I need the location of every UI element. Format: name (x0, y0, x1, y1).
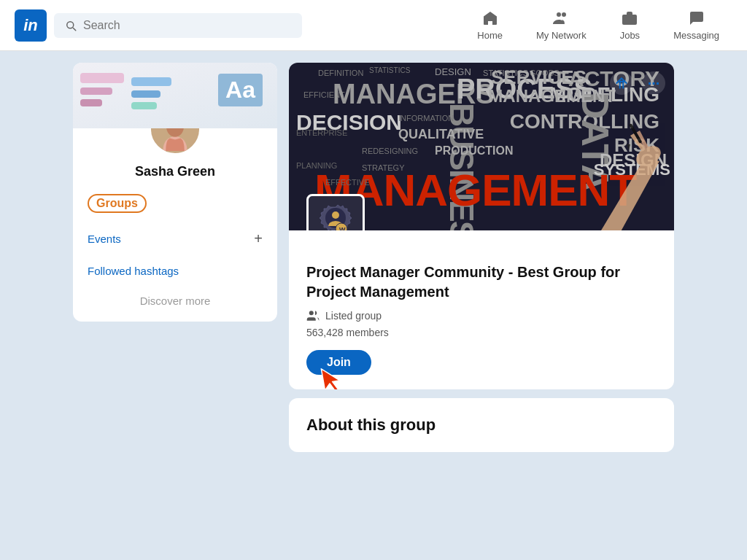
banner-decoration-5 (131, 90, 160, 98)
svg-text:W: W (339, 226, 346, 230)
wc-word-redesigning: REDESIGNING (362, 147, 418, 155)
nav-item-home[interactable]: Home (464, 4, 516, 47)
card-actions: ··· (610, 71, 665, 95)
svg-point-14 (309, 311, 314, 315)
sidebar-item-discover[interactable]: Discover more (73, 286, 277, 316)
group-title: Project Manager Community - Best Group f… (306, 262, 657, 302)
profile-name: Sasha Green (73, 161, 277, 179)
jobs-icon (621, 9, 638, 27)
profile-card: Aa (73, 63, 277, 322)
nav-items: Home My Network Jobs Messaging (464, 4, 732, 47)
wc-word-enterprise: ENTERPRISE (296, 128, 347, 137)
wc-word-definition: DEFINITION (318, 69, 363, 77)
join-button-wrap: Join (306, 350, 371, 375)
sidebar-item-events[interactable]: Events + (73, 222, 277, 256)
banner-decoration-4 (131, 77, 171, 86)
sidebar-item-groups[interactable]: Groups (73, 185, 277, 222)
home-icon (481, 9, 499, 27)
sidebar-links: Groups Events + Followed hashtags Discov… (73, 185, 277, 316)
right-content: DEFINITION STATISTICS DESIGN GOODS FACTO… (289, 63, 674, 548)
sidebar-item-hashtags[interactable]: Followed hashtags (73, 256, 277, 286)
banner-decoration-6 (131, 102, 157, 109)
nav-messaging-label: Messaging (673, 30, 719, 41)
group-banner: DEFINITION STATISTICS DESIGN GOODS FACTO… (289, 63, 674, 230)
svg-marker-9 (627, 144, 630, 150)
group-members: 563,428 members (306, 327, 657, 338)
listed-group-icon (306, 309, 320, 322)
group-type: Listed group (325, 310, 382, 322)
about-card: About this group (289, 398, 674, 452)
more-options-button[interactable]: ··· (642, 71, 665, 95)
search-icon (64, 19, 77, 32)
group-info: Project Manager Community - Best Group f… (289, 230, 674, 389)
share-button[interactable] (610, 71, 633, 95)
wc-word-information: INFORMATION (398, 114, 454, 122)
nav-item-messaging[interactable]: Messaging (660, 4, 732, 47)
group-meta: Listed group (306, 309, 657, 322)
banner-decoration-3 (80, 99, 102, 106)
profile-banner: Aa (73, 63, 277, 128)
svg-point-0 (557, 12, 561, 17)
group-logo: W (306, 194, 365, 230)
left-sidebar: Aa (73, 63, 277, 548)
groups-circle: Groups (88, 194, 147, 213)
groups-link-text: Groups (96, 197, 138, 209)
navbar: in Home My Network (0, 0, 747, 51)
search-input[interactable] (83, 19, 292, 32)
about-title: About this group (306, 416, 657, 435)
wc-word-strategy: STRATEGY (362, 163, 404, 172)
wc-word-statistics: STATISTICS (369, 66, 410, 74)
svg-point-11 (332, 211, 339, 219)
svg-rect-2 (622, 15, 637, 25)
wc-word-qualitative: QUALITATIVE (398, 127, 484, 142)
events-add-icon[interactable]: + (254, 230, 263, 247)
discover-more-text: Discover more (140, 295, 211, 307)
linkedin-logo[interactable]: in (15, 9, 47, 42)
hashtags-link-text: Followed hashtags (88, 265, 179, 277)
nav-item-jobs[interactable]: Jobs (607, 4, 653, 47)
svg-point-1 (562, 12, 566, 17)
main-container: Aa (0, 51, 747, 560)
network-icon (552, 9, 570, 27)
search-bar[interactable] (54, 13, 302, 38)
nav-network-label: My Network (536, 30, 587, 41)
hand-writing-svg (514, 99, 674, 230)
banner-aa-text: Aa (218, 74, 263, 106)
cursor-arrow-icon (318, 363, 349, 389)
nav-item-my-network[interactable]: My Network (523, 4, 600, 47)
banner-decoration-2 (80, 88, 112, 95)
banner-decoration-1 (80, 73, 124, 83)
nav-home-label: Home (477, 30, 503, 41)
nav-jobs-label: Jobs (620, 30, 640, 41)
events-link-text: Events (88, 233, 121, 245)
group-card: DEFINITION STATISTICS DESIGN GOODS FACTO… (289, 63, 674, 389)
gear-person-icon: W (314, 201, 357, 230)
messaging-icon (688, 9, 705, 27)
wc-word-effective: EFFECTIVE (325, 178, 370, 187)
wc-word-production: PRODUCTION (435, 144, 514, 158)
